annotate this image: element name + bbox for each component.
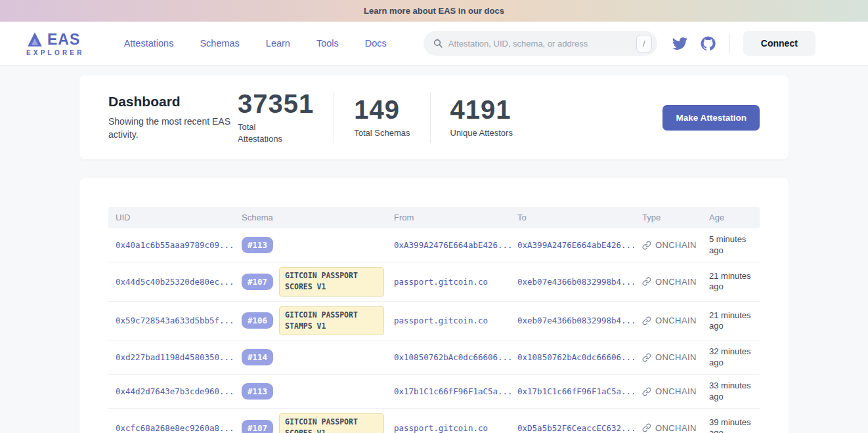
uid-link[interactable]: 0x44d2d7643e7b3cde960... — [108, 386, 234, 396]
schema-name-tag[interactable]: GITCOIN PASSPORT SCORES V1 — [279, 413, 384, 433]
social-links — [672, 35, 716, 52]
schema-cell: #113 — [234, 383, 387, 400]
table-row[interactable]: 0xcfc68a268e8ec9260a8... #107 GITCOIN PA… — [108, 409, 760, 433]
age-label: 21 minutes ago — [702, 310, 761, 332]
schema-name-tag[interactable]: GITCOIN PASSPORT STAMPS V1 — [279, 306, 384, 336]
type-label: ONCHAIN — [655, 423, 697, 433]
stat-total-schemas: 149 Total Schemas — [351, 96, 412, 139]
dashboard-card: Dashboard Showing the most recent EAS ac… — [79, 75, 789, 159]
search-bar[interactable]: / — [423, 31, 657, 56]
from-address-link[interactable]: passport.gitcoin.co — [387, 316, 510, 325]
schema-id-badge[interactable]: #113 — [242, 383, 273, 400]
column-header-type: Type — [635, 213, 702, 222]
from-address-link[interactable]: passport.gitcoin.co — [387, 277, 510, 287]
age-label: 21 minutes ago — [702, 271, 761, 293]
stat-divider — [430, 92, 431, 143]
schema-name-tag[interactable]: GITCOIN PASSPORT SCORES V1 — [279, 267, 384, 297]
uid-link[interactable]: 0x44d5c40b25320de80ec... — [108, 277, 234, 287]
schema-id-badge[interactable]: #107 — [242, 274, 273, 290]
link-icon — [642, 423, 651, 432]
stat-unique-attestors: 4191 Unique Attestors — [448, 96, 515, 139]
uid-link[interactable]: 0xcfc68a268e8ec9260a8... — [108, 423, 234, 433]
type-cell: ONCHAIN — [635, 423, 702, 433]
nav-docs[interactable]: Docs — [365, 38, 387, 49]
nav-attestations[interactable]: Attestations — [124, 38, 174, 49]
type-label: ONCHAIN — [655, 386, 697, 396]
main-nav: Attestations Schemas Learn Tools Docs — [124, 38, 387, 49]
github-icon[interactable] — [700, 35, 716, 52]
to-address-link[interactable]: 0x10850762bAc0dc66606... — [510, 352, 635, 362]
connect-button[interactable]: Connect — [743, 31, 815, 56]
stats-row: 37351 Total Attestations 149 Total Schem… — [235, 91, 515, 144]
type-cell: ONCHAIN — [635, 240, 702, 250]
to-address-link[interactable]: 0x17b1C1c66fF96F1aC5a... — [510, 386, 635, 396]
from-address-link[interactable]: 0x17b1C1c66fF96F1aC5a... — [387, 386, 510, 396]
link-icon — [642, 387, 651, 396]
search-icon — [433, 38, 443, 49]
from-address-link[interactable]: passport.gitcoin.co — [387, 423, 510, 433]
type-label: ONCHAIN — [655, 277, 697, 287]
column-header-to: To — [510, 213, 635, 222]
nav-tools[interactable]: Tools — [316, 38, 339, 49]
stat-total-attestations: 37351 Total Attestations — [235, 91, 316, 144]
age-label: 5 minutes ago — [702, 234, 761, 256]
stat-value: 37351 — [238, 91, 314, 117]
column-header-from: From — [387, 213, 510, 222]
from-address-link[interactable]: 0xA399A2476E664abE426... — [387, 240, 510, 250]
uid-link[interactable]: 0x59c728543a633d5bb5f... — [108, 316, 234, 325]
to-address-link[interactable]: 0xA399A2476E664abE426... — [510, 240, 635, 250]
twitter-icon[interactable] — [672, 35, 688, 52]
to-address-link[interactable]: 0xeb07e4366b0832998b4... — [510, 277, 635, 287]
type-label: ONCHAIN — [655, 352, 697, 362]
table-row[interactable]: 0x40a1c6b55aaa9789c09... #113 0xA399A247… — [108, 228, 760, 262]
table-row[interactable]: 0x44d5c40b25320de80ec... #107 GITCOIN PA… — [108, 262, 760, 302]
header-divider — [729, 33, 730, 53]
header: EAS EXPLORER Attestations Schemas Learn … — [0, 22, 868, 66]
stat-value: 4191 — [450, 96, 513, 123]
schema-id-badge[interactable]: #107 — [242, 420, 273, 433]
nav-schemas[interactable]: Schemas — [200, 38, 239, 49]
table-row[interactable]: 0xd227bad1198d4580350... #114 0x10850762… — [108, 340, 760, 375]
type-cell: ONCHAIN — [635, 352, 702, 362]
search-shortcut-key: / — [636, 35, 652, 52]
uid-link[interactable]: 0xd227bad1198d4580350... — [108, 352, 234, 362]
nav-learn[interactable]: Learn — [266, 38, 290, 49]
stat-value: 149 — [354, 96, 410, 123]
table-row[interactable]: 0x59c728543a633d5bb5f... #106 GITCOIN PA… — [108, 302, 760, 341]
column-header-schema: Schema — [234, 213, 387, 222]
type-cell: ONCHAIN — [635, 277, 702, 287]
to-address-link[interactable]: 0xD5a5b52F6CeaccEC632... — [510, 423, 635, 433]
table-body: 0x40a1c6b55aaa9789c09... #113 0xA399A247… — [108, 228, 760, 433]
from-address-link[interactable]: 0x10850762bAc0dc66606... — [387, 352, 510, 362]
schema-id-badge[interactable]: #113 — [242, 237, 273, 253]
stat-label: Total Schemas — [354, 127, 410, 139]
stat-label: Unique Attestors — [450, 127, 513, 139]
column-header-uid: UID — [108, 213, 234, 222]
stat-divider — [334, 92, 334, 143]
link-icon — [642, 353, 651, 362]
schema-cell: #106 GITCOIN PASSPORT STAMPS V1 — [234, 306, 387, 336]
schema-cell: #114 — [234, 349, 387, 365]
schema-id-badge[interactable]: #106 — [242, 312, 273, 329]
stat-label: Total Attestations — [238, 121, 295, 144]
schema-cell: #107 GITCOIN PASSPORT SCORES V1 — [234, 413, 387, 433]
schema-cell: #107 GITCOIN PASSPORT SCORES V1 — [234, 267, 387, 297]
uid-link[interactable]: 0x40a1c6b55aaa9789c09... — [108, 240, 234, 250]
table-row[interactable]: 0x44d2d7643e7b3cde960... #113 0x17b1C1c6… — [108, 375, 760, 409]
make-attestation-button[interactable]: Make Attestation — [662, 105, 760, 131]
logo-wordmark: EAS — [47, 31, 80, 49]
age-label: 39 minutes ago — [702, 417, 761, 433]
column-header-age: Age — [702, 213, 761, 222]
schema-cell: #113 — [234, 237, 387, 253]
main-content: Dashboard Showing the most recent EAS ac… — [0, 66, 868, 433]
to-address-link[interactable]: 0xeb07e4366b0832998b4... — [510, 316, 635, 325]
docs-banner-text[interactable]: Learn more about EAS in our docs — [364, 6, 504, 16]
eas-triangle-icon — [26, 31, 43, 48]
type-label: ONCHAIN — [655, 240, 697, 250]
docs-banner[interactable]: Learn more about EAS in our docs — [0, 0, 868, 22]
age-label: 32 minutes ago — [702, 346, 761, 368]
page-title: Dashboard — [108, 94, 235, 110]
schema-id-badge[interactable]: #114 — [242, 349, 273, 365]
search-input[interactable] — [448, 39, 636, 49]
eas-logo[interactable]: EAS EXPLORER — [26, 31, 85, 56]
